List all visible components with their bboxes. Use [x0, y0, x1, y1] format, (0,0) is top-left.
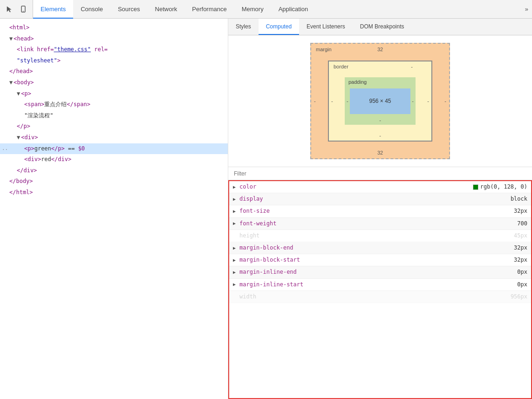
expand-triangle-icon[interactable]: ▶ [233, 220, 238, 227]
css-property-value: block [511, 195, 527, 203]
css-prop-row[interactable]: height45px [229, 230, 531, 242]
toolbar-icons [0, 0, 33, 18]
dom-line-text[interactable]: "渲染流程" [0, 110, 228, 122]
box-content: 956 × 45 [350, 88, 410, 114]
box-border: border - - - - padding - - - [328, 61, 432, 142]
padding-bottom-value: - [379, 117, 381, 123]
expand-triangle-icon[interactable]: ▶ [233, 183, 238, 191]
css-property-value: 32px [514, 207, 527, 216]
dom-line-body-close[interactable]: </body> [0, 176, 228, 187]
border-label: border [334, 64, 348, 69]
dom-line-link[interactable]: <link href="theme.css" rel= [0, 44, 228, 55]
tab-memory[interactable]: Memory [234, 0, 271, 19]
box-model-section: margin 32 32 - - border - - - - [228, 35, 532, 167]
css-property-name: margin-block-start [239, 256, 342, 264]
css-property-name: font-weight [239, 219, 342, 228]
css-properties-panel: ▶colorrgb(0, 128, 0)▶displayblock▶font-s… [228, 180, 532, 399]
dom-line-p-green[interactable]: <p>green</p> == $0 [0, 143, 228, 155]
dom-line-div-close[interactable]: </div> [0, 165, 228, 176]
expand-triangle-icon[interactable]: ▶ [233, 208, 238, 215]
dom-line-body-open[interactable]: ▼<body> [0, 77, 228, 88]
triangle-icon[interactable]: ▼ [9, 35, 13, 42]
margin-left-value: - [314, 98, 316, 104]
dom-line-div-red[interactable]: <div>red</div> [0, 154, 228, 165]
css-prop-row[interactable]: ▶font-size32px [229, 205, 531, 217]
css-property-name: margin-block-end [239, 243, 342, 252]
filter-input[interactable] [234, 170, 526, 177]
sub-tab-bar: Styles Computed Event Listeners DOM Brea… [228, 19, 532, 35]
css-property-value: 32px [514, 256, 527, 264]
expand-triangle-icon[interactable]: ▶ [233, 269, 238, 276]
more-tabs-button[interactable]: » [521, 0, 532, 18]
border-bottom-value: - [379, 133, 381, 138]
css-property-value: 700 [517, 219, 527, 228]
css-property-name: display [239, 195, 342, 203]
dom-line-stylesheet[interactable]: "stylesheet"> [0, 55, 228, 67]
expand-triangle-icon[interactable]: ▶ [233, 196, 238, 203]
box-margin: margin 32 32 - - border - - - - [310, 43, 450, 159]
right-panel: Styles Computed Event Listeners DOM Brea… [228, 19, 532, 399]
mobile-icon[interactable] [18, 4, 29, 15]
triangle-icon[interactable]: ▼ [9, 79, 13, 86]
tab-console[interactable]: Console [73, 0, 110, 19]
top-tab-bar: Elements Console Sources Network Perform… [0, 0, 532, 19]
css-property-value: 45px [514, 231, 527, 240]
sub-tab-event-listeners[interactable]: Event Listeners [299, 19, 353, 35]
dom-line-head-open[interactable]: ▼<head> [0, 34, 228, 45]
css-property-value: 32px [514, 243, 527, 252]
sub-tab-computed[interactable]: Computed [259, 19, 299, 35]
sub-tab-styles[interactable]: Styles [228, 19, 259, 35]
padding-right-value: - [412, 98, 414, 104]
css-prop-row[interactable]: ▶colorrgb(0, 128, 0) [229, 181, 531, 193]
main-content: <html> ▼<head> <link href="theme.css" re… [0, 19, 532, 399]
dom-line-p-open[interactable]: ▼<p> [0, 88, 228, 100]
css-property-value: 0px [517, 268, 527, 277]
svg-point-1 [23, 11, 24, 12]
css-prop-row[interactable]: ▶displayblock [229, 193, 531, 205]
dom-line-div-open[interactable]: ▼<div> [0, 132, 228, 143]
margin-right-value: - [444, 98, 446, 104]
padding-left-value: - [347, 98, 348, 104]
css-prop-row[interactable]: ▶font-weight700 [229, 218, 531, 230]
tab-application[interactable]: Application [271, 0, 316, 19]
css-prop-row[interactable]: ▶margin-inline-end0px [229, 266, 531, 278]
css-property-name: font-size [239, 207, 342, 216]
css-property-value: 956px [511, 292, 527, 301]
dom-line-p-close[interactable]: </p> [0, 121, 228, 132]
triangle-icon[interactable]: ▼ [17, 134, 20, 141]
dom-tree-panel: <html> ▼<head> <link href="theme.css" re… [0, 19, 228, 399]
dom-line-head-close[interactable]: </head> [0, 66, 228, 77]
dom-line-html-close[interactable]: </html> [0, 187, 228, 198]
cursor-icon[interactable] [4, 4, 15, 15]
margin-top-value: 32 [377, 47, 383, 52]
css-property-value: rgb(0, 128, 0) [473, 183, 527, 191]
filter-bar [228, 167, 532, 180]
css-prop-row[interactable]: ▶margin-inline-start0px [229, 279, 531, 291]
css-property-name: width [239, 292, 342, 301]
expand-triangle-icon[interactable]: ▶ [233, 257, 238, 264]
css-prop-row[interactable]: ▶margin-block-end32px [229, 242, 531, 254]
css-property-value: 0px [517, 280, 527, 289]
expand-triangle-icon[interactable]: ▶ [233, 281, 238, 288]
dom-line-span[interactable]: <span>重点介绍</span> [0, 99, 228, 110]
dom-line-html[interactable]: <html> [0, 22, 228, 34]
tab-sources[interactable]: Sources [110, 0, 148, 19]
css-prop-row[interactable]: ▶margin-block-start32px [229, 254, 531, 266]
color-swatch[interactable] [473, 184, 478, 190]
tab-network[interactable]: Network [148, 0, 185, 19]
box-model-diagram: margin 32 32 - - border - - - - [310, 43, 450, 159]
margin-bottom-value: 32 [377, 150, 383, 156]
css-property-name: height [239, 231, 342, 240]
css-prop-row[interactable]: width956px [229, 291, 531, 303]
triangle-icon[interactable]: ▼ [17, 90, 20, 97]
border-top-value: - [411, 64, 413, 69]
css-property-name: margin-inline-end [239, 268, 342, 277]
border-left-value: - [331, 98, 333, 104]
expand-triangle-icon[interactable]: ▶ [233, 244, 238, 252]
css-property-name: margin-inline-start [239, 280, 342, 289]
tab-performance[interactable]: Performance [184, 0, 234, 19]
box-padding: padding - - - 956 × 45 [345, 77, 416, 125]
padding-label: padding [348, 79, 367, 85]
sub-tab-dom-breakpoints[interactable]: DOM Breakpoints [353, 19, 412, 35]
tab-elements[interactable]: Elements [33, 0, 73, 19]
